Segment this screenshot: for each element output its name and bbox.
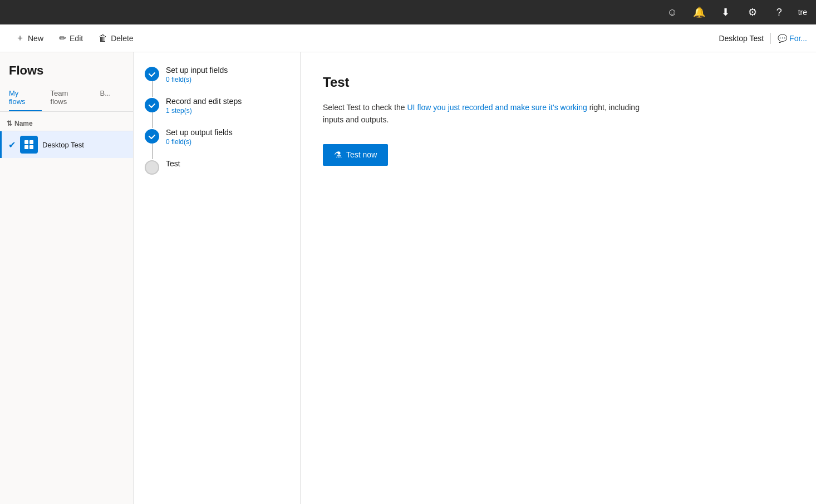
svg-rect-1 [30, 140, 33, 144]
pencil-icon: ✏ [59, 33, 66, 43]
flask-icon: ⚗ [334, 150, 342, 160]
wizard-step-2-content: Record and edit steps 1 step(s) [166, 97, 242, 115]
forum-icon: 💬 [778, 34, 787, 43]
content-title: Test [323, 75, 794, 90]
svg-rect-2 [24, 145, 28, 149]
wizard-step-2-indicator [145, 98, 159, 112]
sidebar-nav-teamflows[interactable]: Team flows [51, 85, 91, 111]
check-icon: ✔ [8, 140, 16, 150]
wizard-step-4-content: Test [166, 159, 180, 169]
settings-icon[interactable]: ⚙ [745, 4, 760, 20]
wizard-step-1: Set up input fields 0 field(s) [145, 66, 289, 83]
flow-icon [20, 136, 38, 154]
wizard-step-3: Set up output fields 0 field(s) [145, 128, 289, 146]
wizard-step-2: Record and edit steps 1 step(s) [145, 97, 289, 115]
toolbar: ＋ New ✏ Edit 🗑 Delete Desktop Test 💬 For… [0, 24, 816, 52]
flow-list-item[interactable]: ✔ Desktop Test [0, 131, 133, 158]
sidebar: Flows My flows Team flows B... ⇅ Name ✔ … [0, 52, 134, 504]
smiley-icon[interactable]: ☺ [665, 4, 680, 20]
table-header: ⇅ Name [0, 116, 133, 131]
download-icon[interactable]: ⬇ [718, 4, 734, 20]
main-layout: Flows My flows Team flows B... ⇅ Name ✔ … [0, 52, 816, 504]
sidebar-nav-other[interactable]: B... [100, 85, 115, 111]
new-button[interactable]: ＋ New [9, 29, 50, 47]
wizard-panel: Set up input fields 0 field(s) Record an… [134, 52, 301, 504]
help-icon[interactable]: ? [771, 4, 787, 20]
wizard-step-4-indicator [145, 160, 159, 175]
wizard-step-3-indicator [145, 129, 159, 144]
main-content: Test Select Test to check the UI flow yo… [301, 52, 816, 504]
sidebar-nav: My flows Team flows B... [0, 85, 133, 112]
content-description: Select Test to check the UI flow you jus… [323, 101, 657, 126]
test-now-button[interactable]: ⚗ Test now [323, 144, 388, 166]
flow-name-header: Desktop Test [719, 34, 764, 43]
header-separator [770, 33, 771, 44]
sidebar-nav-myflows[interactable]: My flows [9, 85, 42, 111]
trash-icon: 🗑 [99, 33, 107, 43]
flow-item-name: Desktop Test [42, 141, 84, 149]
forum-action[interactable]: 💬 For... [778, 34, 807, 43]
wizard-step-3-content: Set up output fields 0 field(s) [166, 128, 233, 146]
edit-button[interactable]: ✏ Edit [52, 29, 90, 47]
user-display: tre [798, 8, 807, 17]
wizard-step-4: Test [145, 159, 289, 175]
sort-icon: ⇅ [7, 120, 12, 127]
svg-rect-0 [24, 140, 28, 144]
wizard-step-1-content: Set up input fields 0 field(s) [166, 66, 228, 83]
wizard-step-1-indicator [145, 67, 159, 81]
delete-button[interactable]: 🗑 Delete [92, 30, 140, 47]
top-bar: ☺ 🔔 ⬇ ⚙ ? tre [0, 0, 816, 24]
bell-icon[interactable]: 🔔 [691, 4, 707, 20]
content-link[interactable]: UI flow you just recorded and make sure … [407, 103, 587, 112]
plus-icon: ＋ [16, 32, 24, 44]
svg-rect-3 [30, 145, 33, 149]
sidebar-title: Flows [0, 52, 133, 85]
